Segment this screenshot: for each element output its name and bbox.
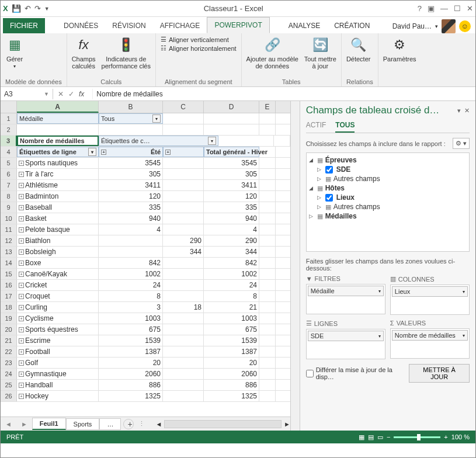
cell[interactable]: 1002	[204, 269, 259, 279]
cell[interactable]: 8	[204, 291, 259, 301]
pivot-row-item[interactable]: +Basket	[17, 213, 99, 224]
other-fields[interactable]: Autres champs	[333, 175, 380, 183]
row-header[interactable]: 15	[1, 269, 17, 279]
cell[interactable]: 3411	[204, 180, 259, 190]
feedback-icon[interactable]: ☺	[459, 20, 471, 32]
taskpane-dropdown-icon[interactable]: ▾	[457, 107, 461, 114]
pivot-filter-label[interactable]: Médaille	[17, 113, 99, 124]
cell[interactable]	[163, 358, 204, 368]
cell[interactable]: 842	[204, 258, 259, 268]
pivot-row-item[interactable]: +Cyclisme	[17, 313, 99, 324]
cell[interactable]	[259, 247, 276, 257]
row-header[interactable]: 5	[1, 158, 17, 168]
add-to-model-button[interactable]: 🔗 Ajouter au modèle de données	[246, 36, 298, 70]
zone-rows[interactable]: ☰LIGNES SDE▾	[306, 320, 385, 359]
horizontal-scrollbar[interactable]: ◄►	[150, 420, 290, 428]
col-header-d[interactable]: D	[204, 101, 259, 113]
cell[interactable]: 120	[99, 191, 163, 202]
pivot-row-item[interactable]: +Escrime	[17, 335, 99, 346]
cell[interactable]: 940	[99, 213, 163, 224]
pivot-row-item[interactable]: +Bobsleigh	[17, 247, 99, 257]
field-lieux-checkbox[interactable]	[325, 194, 333, 202]
pivot-row-item[interactable]: +Canoë/Kayak	[17, 269, 99, 279]
cell[interactable]	[163, 280, 204, 290]
row-header[interactable]: 18	[1, 302, 17, 313]
cell[interactable]: 18	[163, 302, 204, 313]
pivot-row-item[interactable]: +Curling	[17, 302, 99, 313]
sheet-tab-more[interactable]: …	[99, 418, 121, 430]
cell[interactable]: 886	[204, 380, 259, 390]
cell[interactable]	[259, 335, 276, 346]
row-header[interactable]: 20	[1, 324, 17, 335]
tp-tab-actif[interactable]: ACTIF	[306, 119, 326, 133]
zoom-in-icon[interactable]: +	[444, 433, 447, 440]
pivot-row-item[interactable]: +Gymnastique	[17, 369, 99, 379]
row-header[interactable]: 7	[1, 180, 17, 190]
defer-update-checkbox[interactable]: Différer la mise à jour de la disp…	[306, 366, 409, 380]
cell[interactable]	[163, 346, 204, 357]
cell[interactable]	[163, 180, 204, 190]
cell[interactable]	[259, 202, 276, 213]
cell[interactable]	[163, 269, 204, 279]
row-header[interactable]: 24	[1, 369, 17, 379]
cell[interactable]: 4	[99, 224, 163, 235]
cell[interactable]: 305	[204, 169, 259, 179]
row-header[interactable]: 13	[1, 247, 17, 257]
tab-revision[interactable]: RÉVISION	[105, 18, 152, 33]
cell[interactable]	[163, 291, 204, 301]
detect-button[interactable]: 🔍 Détecter	[346, 36, 371, 63]
pivot-row-item[interactable]: +Golf	[17, 358, 99, 368]
cell[interactable]	[259, 269, 276, 279]
cell[interactable]: 335	[204, 202, 259, 213]
pivot-row-item[interactable]: +Pelote basque	[17, 224, 99, 235]
kpi-button[interactable]: 🚦 Indicateurs de performance clés	[102, 36, 151, 70]
cell[interactable]	[163, 169, 204, 179]
page-layout-icon[interactable]: ▤	[368, 433, 374, 441]
col-header-c[interactable]: C	[163, 101, 204, 113]
cell[interactable]	[163, 391, 204, 401]
cell[interactable]: 24	[204, 280, 259, 290]
refresh-all-button[interactable]: 🔄 Tout mettre à jour	[304, 36, 336, 70]
zoom-level[interactable]: 100 %	[451, 433, 470, 440]
table-epreuves[interactable]: Épreuves	[325, 156, 357, 164]
zoom-out-icon[interactable]: −	[387, 433, 390, 440]
pivot-row-item[interactable]: +Sports nautiques	[17, 158, 99, 168]
cell[interactable]: 940	[204, 213, 259, 224]
cell[interactable]: 675	[204, 324, 259, 335]
row-header[interactable]: 11	[1, 224, 17, 235]
col-header-b[interactable]: B	[99, 101, 163, 113]
formula-input[interactable]: Nombre de médailles	[92, 89, 475, 99]
cell[interactable]: 2060	[99, 369, 163, 379]
cell[interactable]: 290	[204, 235, 259, 246]
cell[interactable]	[259, 191, 276, 202]
cell[interactable]: 1387	[99, 346, 163, 357]
cell[interactable]: 344	[204, 247, 259, 257]
add-sheet-button[interactable]: +	[123, 419, 134, 429]
pivot-data-label[interactable]: Nombre de médailles	[17, 136, 99, 146]
cell[interactable]	[259, 346, 276, 357]
pivot-row-item[interactable]: +Hockey	[17, 391, 99, 401]
pivot-row-item[interactable]: +Tir à l'arc	[17, 169, 99, 179]
pivot-row-item[interactable]: +Croquet	[17, 291, 99, 301]
pivot-row-item[interactable]: +Biathlon	[17, 235, 99, 246]
cell[interactable]	[259, 369, 276, 379]
other-fields[interactable]: Autres champs	[333, 203, 380, 211]
cell[interactable]: 2060	[204, 369, 259, 379]
pivot-row-item[interactable]: +Cricket	[17, 280, 99, 290]
cell[interactable]: 1539	[99, 335, 163, 346]
cell[interactable]	[259, 280, 276, 290]
cell[interactable]: 1325	[99, 391, 163, 401]
row-header[interactable]: 14	[1, 258, 17, 268]
row-header[interactable]: 2	[1, 124, 17, 135]
col-header-e[interactable]: E	[259, 101, 276, 113]
zone-values[interactable]: ΣVALEURS Nombre de médailles▾	[390, 320, 470, 359]
settings-button[interactable]: ⚙ Paramètres	[383, 36, 416, 63]
table-hotes[interactable]: Hôtes	[325, 184, 345, 192]
row-header[interactable]: 3	[1, 136, 17, 146]
cell[interactable]: 886	[99, 380, 163, 390]
manage-button[interactable]: ▦ Gérer ▾	[5, 36, 24, 69]
column-item[interactable]: Lieux▾	[392, 286, 468, 297]
maximize-icon[interactable]: ☐	[454, 4, 461, 13]
cell[interactable]	[99, 247, 163, 257]
tab-affichage[interactable]: AFFICHAGE	[153, 18, 207, 33]
